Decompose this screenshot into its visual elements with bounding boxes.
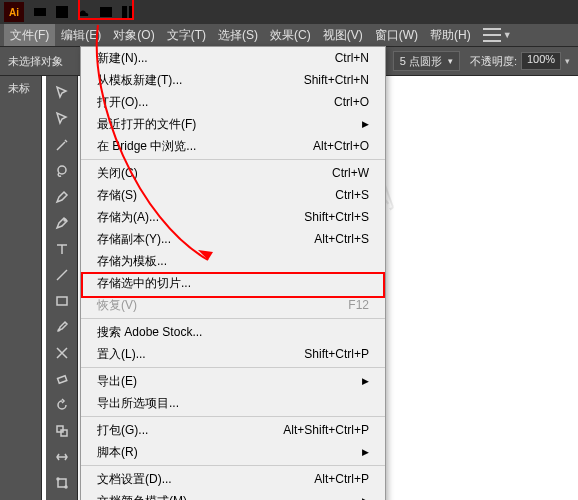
menu-item-label: 文档设置(D)... — [97, 471, 172, 488]
menu-item-label: 恢复(V) — [97, 297, 137, 314]
workspace-switcher[interactable] — [483, 28, 501, 42]
chevron-down-icon: ▼ — [503, 30, 512, 40]
scale-tool[interactable] — [50, 419, 74, 443]
menu-item[interactable]: 打包(G)...Alt+Shift+Ctrl+P — [81, 419, 385, 441]
bridge-icon[interactable] — [32, 4, 48, 20]
menu-item[interactable]: 脚本(R)▶ — [81, 441, 385, 463]
document-tab[interactable]: 未标 — [8, 81, 30, 96]
menu-item[interactable]: 文档颜色模式(M)▶ — [81, 490, 385, 500]
menu-item-label: 在 Bridge 中浏览... — [97, 138, 196, 155]
menu-item-label: 脚本(R) — [97, 444, 138, 461]
menu-type[interactable]: 文字(T) — [161, 24, 212, 46]
menu-item[interactable]: 从模板新建(T)...Shift+Ctrl+N — [81, 69, 385, 91]
file-dropdown-menu: 新建(N)...Ctrl+N从模板新建(T)...Shift+Ctrl+N打开(… — [80, 46, 386, 500]
menu-shortcut: Ctrl+W — [332, 166, 369, 180]
menu-shortcut: Ctrl+N — [335, 51, 369, 65]
menu-bar: 文件(F) 编辑(E) 对象(O) 文字(T) 选择(S) 效果(C) 视图(V… — [0, 24, 578, 46]
menu-item[interactable]: 在 Bridge 中浏览...Alt+Ctrl+O — [81, 135, 385, 157]
width-tool[interactable] — [50, 445, 74, 469]
menu-item[interactable]: 存储(S)Ctrl+S — [81, 184, 385, 206]
menu-object[interactable]: 对象(O) — [107, 24, 160, 46]
magic-wand-tool[interactable] — [50, 133, 74, 157]
menu-item[interactable]: 存储为(A)...Shift+Ctrl+S — [81, 206, 385, 228]
chevron-down-icon[interactable]: ▾ — [565, 56, 570, 66]
menu-item-label: 存储(S) — [97, 187, 137, 204]
shaper-tool[interactable] — [50, 341, 74, 365]
svg-rect-10 — [57, 376, 66, 383]
menu-item[interactable]: 导出所选项目... — [81, 392, 385, 414]
menu-item[interactable]: 存储选中的切片... — [81, 272, 385, 294]
paintbrush-tool[interactable] — [50, 315, 74, 339]
menu-item: 恢复(V)F12 — [81, 294, 385, 316]
selection-tool[interactable] — [50, 81, 74, 105]
menu-item-label: 存储选中的切片... — [97, 275, 191, 292]
menu-item-label: 存储副本(Y)... — [97, 231, 171, 248]
curvature-tool[interactable] — [50, 211, 74, 235]
svg-rect-9 — [57, 297, 67, 305]
menu-item[interactable]: 存储副本(Y)...Alt+Ctrl+S — [81, 228, 385, 250]
app-logo: Ai — [4, 2, 24, 22]
menu-item-label: 存储为模板... — [97, 253, 167, 270]
menu-separator — [81, 465, 385, 466]
menu-item[interactable]: 打开(O)...Ctrl+O — [81, 91, 385, 113]
submenu-arrow-icon: ▶ — [362, 119, 369, 129]
menu-item[interactable]: 新建(N)...Ctrl+N — [81, 47, 385, 69]
opacity-label: 不透明度: — [470, 54, 517, 69]
menu-shortcut: Alt+Shift+Ctrl+P — [283, 423, 369, 437]
rectangle-tool[interactable] — [50, 289, 74, 313]
menu-item-label: 导出(E) — [97, 373, 137, 390]
tools-panel — [46, 76, 78, 500]
svg-rect-4 — [122, 6, 127, 18]
menu-item[interactable]: 文档设置(D)...Alt+Ctrl+P — [81, 468, 385, 490]
rotate-tool[interactable] — [50, 393, 74, 417]
menu-shortcut: F12 — [348, 298, 369, 312]
submenu-arrow-icon: ▶ — [362, 376, 369, 386]
pen-tool[interactable] — [50, 185, 74, 209]
menu-item-label: 导出所选项目... — [97, 395, 179, 412]
submenu-arrow-icon: ▶ — [362, 447, 369, 457]
menu-view[interactable]: 视图(V) — [317, 24, 369, 46]
svg-rect-0 — [34, 8, 46, 16]
menu-select[interactable]: 选择(S) — [212, 24, 264, 46]
submenu-arrow-icon: ▶ — [362, 496, 369, 500]
menu-item[interactable]: 搜索 Adobe Stock... — [81, 321, 385, 343]
menu-item-label: 新建(N)... — [97, 50, 148, 67]
direct-selection-tool[interactable] — [50, 107, 74, 131]
svg-line-8 — [57, 270, 67, 280]
menu-file[interactable]: 文件(F) — [4, 24, 55, 46]
arrange-icon[interactable] — [120, 4, 136, 20]
menu-effect[interactable]: 效果(C) — [264, 24, 317, 46]
menu-shortcut: Shift+Ctrl+P — [304, 347, 369, 361]
opacity-input[interactable]: 100% — [521, 52, 561, 70]
type-tool[interactable] — [50, 237, 74, 261]
svg-rect-3 — [100, 7, 112, 17]
menu-shortcut: Alt+Ctrl+S — [314, 232, 369, 246]
save-icon[interactable] — [54, 4, 70, 20]
menu-item-label: 最近打开的文件(F) — [97, 116, 196, 133]
menu-edit[interactable]: 编辑(E) — [55, 24, 107, 46]
eraser-tool[interactable] — [50, 367, 74, 391]
menu-shortcut: Shift+Ctrl+N — [304, 73, 369, 87]
free-transform-tool[interactable] — [50, 471, 74, 495]
menu-item[interactable]: 导出(E)▶ — [81, 370, 385, 392]
menu-help[interactable]: 帮助(H) — [424, 24, 477, 46]
menu-item[interactable]: 最近打开的文件(F)▶ — [81, 113, 385, 135]
stroke-style-dropdown[interactable]: 5 点圆形 ▾ — [393, 51, 460, 71]
menu-window[interactable]: 窗口(W) — [369, 24, 424, 46]
lasso-tool[interactable] — [50, 159, 74, 183]
menu-shortcut: Ctrl+O — [334, 95, 369, 109]
menu-shortcut: Alt+Ctrl+O — [313, 139, 369, 153]
svg-point-6 — [58, 166, 66, 174]
menu-shortcut: Shift+Ctrl+S — [304, 210, 369, 224]
selection-status: 未选择对象 — [8, 54, 63, 69]
menu-shortcut: Ctrl+S — [335, 188, 369, 202]
menu-item[interactable]: 置入(L)...Shift+Ctrl+P — [81, 343, 385, 365]
cloud-icon[interactable] — [76, 4, 92, 20]
menu-item-label: 关闭(C) — [97, 165, 138, 182]
svg-rect-5 — [129, 6, 134, 18]
line-tool[interactable] — [50, 263, 74, 287]
stock-icon[interactable] — [98, 4, 114, 20]
menu-item[interactable]: 关闭(C)Ctrl+W — [81, 162, 385, 184]
menu-item[interactable]: 存储为模板... — [81, 250, 385, 272]
menu-item-label: 打开(O)... — [97, 94, 148, 111]
